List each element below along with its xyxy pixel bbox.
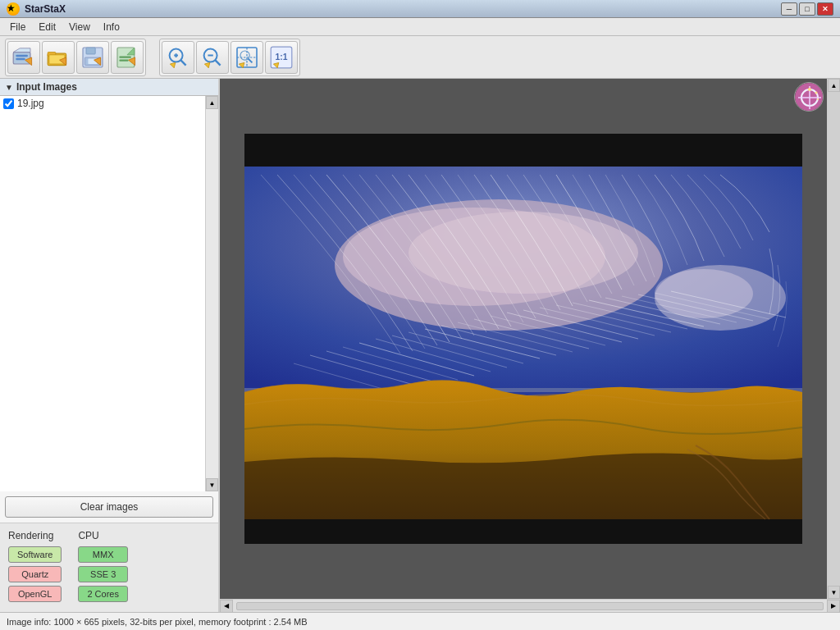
svg-point-43 [817,98,819,100]
zoom-in-button[interactable] [162,41,194,74]
svg-marker-27 [204,62,209,67]
zoom-1to1-button[interactable]: 1:1 [265,41,298,74]
zoom-out-button[interactable] [196,41,229,74]
menu-file[interactable]: File [3,20,32,34]
rendering-group: Rendering Software Quartz OpenGL [8,530,62,602]
svg-marker-23 [170,62,175,67]
minimize-button[interactable]: ─ [781,2,797,16]
rendering-opengl-button[interactable]: OpenGL [8,586,62,602]
title-bar: ★ StarStaX ─ □ ✕ [0,0,840,18]
image-filename: 19.jpg [17,98,44,109]
right-top: ▲ ▼ [220,79,840,599]
svg-point-49 [409,212,638,294]
menu-view[interactable]: View [62,20,97,34]
image-checkbox[interactable] [3,98,14,109]
panel-header: ▼ Input Images [0,79,218,96]
corner-icon [794,82,824,112]
left-panel: ▼ Input Images 19.jpg ▲ ▼ Clear images [0,79,220,612]
render-status-area: Rendering Software Quartz OpenGL CPU MMX… [0,523,218,612]
list-item: 19.jpg [0,96,205,111]
scroll-down-button[interactable]: ▼ [828,586,840,599]
window-title: StarStaX [25,3,781,15]
maximize-button[interactable]: □ [799,2,815,16]
svg-rect-17 [119,59,128,61]
image-list-scrollbar[interactable]: ▲ ▼ [205,96,218,491]
svg-point-41 [808,88,811,91]
scroll-up-button[interactable]: ▲ [206,96,218,109]
svg-point-42 [815,92,818,94]
horizontal-scrollbar[interactable]: ◀ ▶ [220,599,840,612]
svg-rect-3 [16,57,25,59]
h-scroll-track [236,602,824,610]
zoom-fit-button[interactable] [231,41,263,74]
image-canvas [220,79,827,599]
toolbar: 1:1 [0,36,840,79]
status-text: Image info: 1000 × 665 pixels, 32-bits p… [7,617,308,627]
clear-images-button[interactable]: Clear images [5,496,213,518]
status-bar: Image info: 1000 × 665 pixels, 32-bits p… [0,612,840,630]
menu-info[interactable]: Info [97,20,126,34]
cpu-cores-button[interactable]: 2 Cores [78,586,128,602]
svg-marker-1 [13,48,30,52]
image-list: 19.jpg [0,96,205,491]
file-tools-group [5,39,146,76]
scroll-track [828,92,840,586]
open-folder-button[interactable] [42,41,75,74]
scroll-up-button[interactable]: ▲ [828,79,840,92]
cpu-group: CPU MMX SSE 3 2 Cores [78,530,128,602]
star-trails-image [244,134,802,544]
svg-point-31 [240,51,249,60]
svg-text:1:1: 1:1 [275,52,287,62]
svg-rect-10 [86,48,95,54]
cpu-mmx-button[interactable]: MMX [78,546,128,563]
window-controls: ─ □ ✕ [781,2,833,16]
app-icon: ★ [7,2,20,16]
svg-line-22 [180,60,185,65]
vertical-scrollbar[interactable]: ▲ ▼ [827,79,840,599]
rendering-quartz-button[interactable]: Quartz [8,566,62,582]
cpu-label: CPU [78,530,128,541]
rendering-label: Rendering [8,530,62,541]
svg-point-51 [655,269,753,318]
main-area: ▼ Input Images 19.jpg ▲ ▼ Clear images [0,79,840,612]
scroll-down-button[interactable]: ▼ [206,478,218,491]
scroll-right-button[interactable]: ▶ [827,600,840,613]
menu-edit[interactable]: Edit [32,20,62,34]
panel-title: Input Images [16,81,77,93]
rendering-software-button[interactable]: Software [8,546,62,563]
scroll-left-button[interactable]: ◀ [220,600,233,613]
image-viewer [220,79,827,599]
open-images-button[interactable] [7,41,40,74]
svg-rect-2 [16,54,27,56]
render-section: Rendering Software Quartz OpenGL CPU MMX… [8,530,210,602]
svg-rect-16 [119,56,130,57]
panel-arrow: ▼ [5,83,13,92]
menu-bar: File Edit View Info [0,18,840,36]
save-button[interactable] [76,41,109,74]
svg-line-26 [215,60,220,65]
close-button[interactable]: ✕ [817,2,833,16]
svg-line-32 [249,58,253,62]
image-list-scroll: 19.jpg ▲ ▼ [0,96,218,491]
right-panel: ▲ ▼ ◀ ▶ [220,79,840,612]
zoom-tools-group: 1:1 [159,39,300,76]
cpu-sse3-button[interactable]: SSE 3 [78,566,128,582]
export-button[interactable] [111,41,144,74]
input-images-panel: ▼ Input Images 19.jpg ▲ ▼ [0,79,218,491]
